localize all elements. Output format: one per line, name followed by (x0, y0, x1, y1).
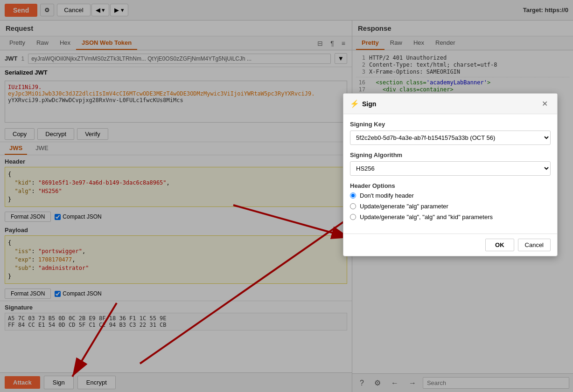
radio-group: Don't modify header Update/generate "alg… (350, 192, 551, 220)
modal-close-button[interactable]: ✕ (539, 98, 551, 109)
modal-footer: OK Cancel (343, 234, 557, 256)
header-options-label: Header Options (350, 182, 551, 189)
radio-option-1[interactable]: Don't modify header (350, 192, 551, 199)
radio-input-3[interactable] (350, 214, 356, 220)
ok-button[interactable]: OK (485, 239, 514, 251)
radio-label-2: Update/generate "alg" parameter (360, 203, 448, 210)
radio-input-2[interactable] (350, 203, 356, 209)
signing-key-label: Signing Key (350, 121, 551, 128)
modal-cancel-button[interactable]: Cancel (518, 239, 551, 251)
radio-label-3: Update/generate "alg", "alg" and "kid" p… (360, 213, 493, 220)
sign-modal: ⚡ Sign ✕ Signing Key 5f2c2eb0-5d7b-4a3e-… (343, 93, 558, 256)
modal-body: Signing Key 5f2c2eb0-5d7b-4a3e-ab7f-b154… (343, 114, 557, 234)
radio-input-1[interactable] (350, 193, 356, 199)
signing-key-select[interactable]: 5f2c2eb0-5d7b-4a3e-ab7f-b1541575a33b (OC… (350, 131, 551, 145)
modal-title: Sign (362, 100, 539, 108)
modal-header: ⚡ Sign ✕ (343, 94, 557, 114)
radio-label-1: Don't modify header (360, 192, 414, 199)
signing-algorithm-label: Signing Algorithm (350, 151, 551, 158)
radio-option-2[interactable]: Update/generate "alg" parameter (350, 203, 551, 210)
radio-option-3[interactable]: Update/generate "alg", "alg" and "kid" p… (350, 213, 551, 220)
lightning-icon: ⚡ (350, 99, 359, 108)
signing-algorithm-select[interactable]: HS256 (350, 161, 551, 176)
